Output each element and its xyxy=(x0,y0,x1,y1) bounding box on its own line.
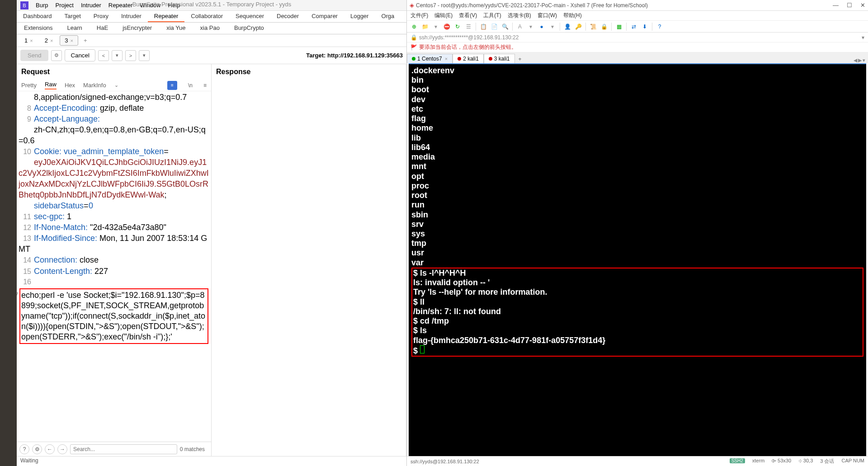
open-icon[interactable]: 📁 xyxy=(420,22,429,31)
back-icon[interactable]: ← xyxy=(45,444,55,454)
actions-icon[interactable]: ≡ xyxy=(167,81,177,90)
new-session-icon[interactable]: ⊕ xyxy=(410,22,419,31)
menu-repeater[interactable]: Repeater xyxy=(108,2,132,9)
properties-icon[interactable]: ☰ xyxy=(464,22,473,31)
menu-help[interactable]: Help xyxy=(168,2,180,9)
forward-icon[interactable]: → xyxy=(57,444,67,454)
tab-collaborator[interactable]: Collaborator xyxy=(184,11,229,22)
tab-burpcrypto[interactable]: BurpCrypto xyxy=(227,23,271,34)
session-tab-kali1b[interactable]: 3 kali1 xyxy=(484,54,515,63)
xftp-icon[interactable]: ⬇ xyxy=(640,22,649,31)
cancel-button[interactable]: Cancel xyxy=(65,49,95,61)
tab-sequencer[interactable]: Sequencer xyxy=(229,11,270,22)
tab-dashboard[interactable]: Dashboard xyxy=(17,11,58,22)
menu-window[interactable]: Window xyxy=(140,2,160,9)
close-icon[interactable]: × xyxy=(50,38,53,43)
match-count: 0 matches xyxy=(180,446,205,452)
color-icon[interactable]: ● xyxy=(537,22,546,31)
key-icon[interactable]: 🔑 xyxy=(574,22,583,31)
menu-burp[interactable]: Burp xyxy=(36,2,48,9)
session-tab-centos7[interactable]: 1 Centos7× xyxy=(407,54,453,63)
tab-prev-icon[interactable]: ◀ xyxy=(854,57,857,63)
lock-icon[interactable]: 🔒 xyxy=(599,22,609,31)
burp-logo-icon: B xyxy=(20,1,28,9)
back-button[interactable]: < xyxy=(98,50,109,61)
menu-file[interactable]: 文件(F) xyxy=(410,12,428,19)
minimize-icon[interactable]: — xyxy=(833,2,839,9)
view-raw[interactable]: Raw xyxy=(45,81,57,89)
chevron-down-icon[interactable]: ⌄ xyxy=(114,82,118,88)
forward-button[interactable]: > xyxy=(125,50,136,61)
newline-toggle[interactable]: \n xyxy=(188,82,193,89)
request-title: Request xyxy=(17,64,211,80)
sub-tab-3[interactable]: 3× xyxy=(60,35,78,46)
target-label[interactable]: Target: http://192.168.91.129:35663 xyxy=(306,52,403,59)
menu-view[interactable]: 查看(V) xyxy=(459,12,477,19)
tab-decoder[interactable]: Decoder xyxy=(270,11,305,22)
menu-intruder[interactable]: Intruder xyxy=(81,2,101,9)
menu-edit[interactable]: 编辑(E) xyxy=(434,12,453,19)
user-icon[interactable]: 👤 xyxy=(563,22,572,31)
xshell-address-bar[interactable]: 🔒 ssh://yyds:***********@192.168.91.130:… xyxy=(407,33,868,42)
tab-next-icon[interactable]: ▶ xyxy=(858,57,862,63)
close-icon[interactable]: ✕ xyxy=(860,2,865,9)
help-icon[interactable]: ? xyxy=(19,444,29,454)
tab-hae[interactable]: HaE xyxy=(90,23,115,34)
status-dot-icon xyxy=(412,57,415,61)
sub-tab-2[interactable]: 2× xyxy=(40,35,58,46)
tile-icon[interactable]: ▦ xyxy=(614,22,623,31)
add-session-button[interactable]: + xyxy=(515,55,525,63)
menu-tab[interactable]: 选项卡(B) xyxy=(508,12,531,19)
reconnect-icon[interactable]: ↻ xyxy=(453,22,462,31)
menu-tools[interactable]: 工具(T) xyxy=(483,12,501,19)
tab-xiapao[interactable]: xia Pao xyxy=(193,23,227,34)
paste-icon[interactable]: 📄 xyxy=(490,22,499,31)
maximize-icon[interactable]: ☐ xyxy=(847,2,852,9)
terminal-output[interactable]: .dockerenvbinbootdevetcflaghomeliblib64m… xyxy=(409,63,866,456)
disconnect-icon[interactable]: ⛔ xyxy=(442,22,451,31)
script-icon[interactable]: 📜 xyxy=(589,22,598,31)
back-dropdown[interactable]: ▾ xyxy=(112,50,123,61)
view-hex[interactable]: Hex xyxy=(65,82,75,89)
close-icon[interactable]: × xyxy=(30,38,33,43)
gear-icon[interactable]: ⚙ xyxy=(51,50,62,61)
session-tab-kali1[interactable]: 2 kali1 xyxy=(453,54,484,63)
menu-icon[interactable]: ≡ xyxy=(203,82,207,89)
tab-intruder[interactable]: Intruder xyxy=(115,11,148,22)
chevron-down-icon[interactable]: ▾ xyxy=(862,34,864,41)
send-button[interactable]: Send xyxy=(20,50,48,61)
tab-extensions[interactable]: Extensions xyxy=(17,23,60,34)
close-icon[interactable]: × xyxy=(71,38,73,43)
sub-tab-1[interactable]: 1× xyxy=(19,35,38,46)
request-view-tabs: Pretty Raw Hex MarkInfo ⌄ ≡ \n ≡ xyxy=(17,80,211,91)
add-tab-button[interactable]: + xyxy=(80,36,91,45)
tab-repeater[interactable]: Repeater xyxy=(148,11,184,22)
tab-xiayue[interactable]: xia Yue xyxy=(159,23,193,34)
view-pretty[interactable]: Pretty xyxy=(21,82,37,89)
close-icon[interactable]: × xyxy=(445,56,448,61)
tab-list-icon[interactable]: ▾ xyxy=(863,57,865,63)
transfer-icon[interactable]: ⇄ xyxy=(629,22,638,31)
tab-logger[interactable]: Logger xyxy=(344,11,375,22)
menu-project[interactable]: Project xyxy=(55,2,73,9)
tab-comparer[interactable]: Comparer xyxy=(305,11,344,22)
help-icon[interactable]: ? xyxy=(655,22,664,31)
tab-proxy[interactable]: Proxy xyxy=(87,11,115,22)
menu-help[interactable]: 帮助(H) xyxy=(563,12,582,19)
search-icon[interactable]: 🔍 xyxy=(500,22,509,31)
tab-jsencrypter[interactable]: jsEncrypter xyxy=(115,23,159,34)
request-editor[interactable]: 8,application/signed-exchange;v=b3;q=0.7… xyxy=(17,91,211,442)
gear-icon[interactable]: ⚙ xyxy=(32,444,42,454)
tab-target[interactable]: Target xyxy=(58,11,87,22)
tab-organizer[interactable]: Orga xyxy=(375,11,401,22)
font-icon[interactable]: A xyxy=(515,22,524,31)
response-pane: Response xyxy=(212,64,406,456)
forward-dropdown[interactable]: ▾ xyxy=(139,50,150,61)
menu-window[interactable]: 窗口(W) xyxy=(538,12,557,19)
burp-status: Waiting xyxy=(17,456,406,466)
tab-learn[interactable]: Learn xyxy=(60,23,90,34)
search-input[interactable] xyxy=(70,444,177,454)
copy-icon[interactable]: 📋 xyxy=(479,22,488,31)
view-markinfo[interactable]: MarkInfo xyxy=(83,82,106,89)
terminal-highlight: $ ls -l^H^H^Hls: invalid option -- 'Try … xyxy=(411,268,863,357)
